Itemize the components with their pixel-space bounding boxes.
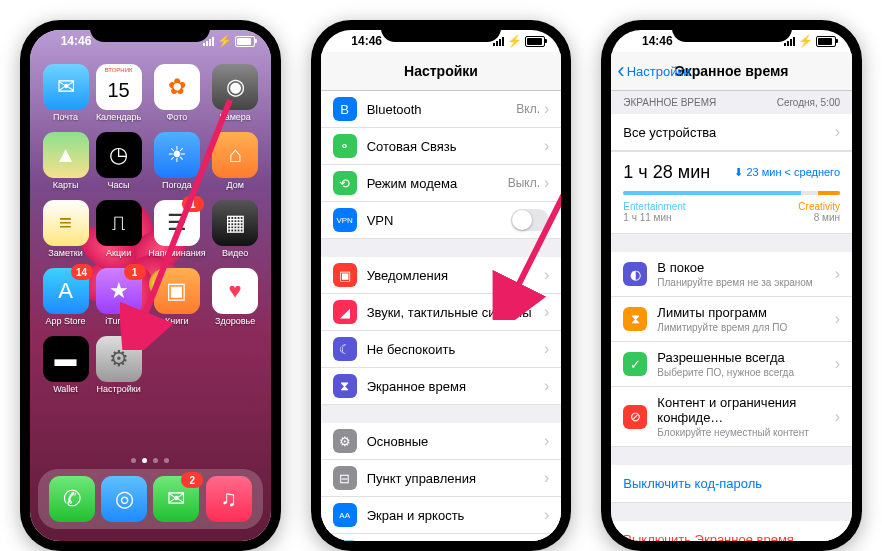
app-App Store[interactable]: A14App Store (42, 268, 89, 326)
row-subtitle: Лимитируйте время для ПО (657, 322, 834, 333)
settings-row-Звуки, тактильные сигналы[interactable]: ◢Звуки, тактильные сигналы› (321, 294, 562, 331)
dock-app[interactable]: ◎ (101, 476, 147, 522)
app-label: Карты (53, 180, 79, 190)
badge: 2 (181, 472, 203, 488)
settings-row-Сотовая Связь[interactable]: ⚬Сотовая Связь› (321, 128, 562, 165)
app-Книги[interactable]: ▣Книги (148, 268, 205, 326)
app-Напоминания[interactable]: ☰1Напоминания (148, 200, 205, 258)
app-icon: ⌂ (212, 132, 258, 178)
app-icon: ▣ (154, 268, 200, 314)
row-icon: ☾ (333, 337, 357, 361)
app-Здоровье[interactable]: ♥Здоровье (212, 268, 259, 326)
screentime-row-В покое[interactable]: ◐В покоеПланируйте время не за экраном› (611, 252, 852, 297)
row-subtitle: Блокируйте неуместный контент (657, 427, 834, 438)
row-label: Пункт управления (367, 471, 544, 486)
app-label: Видео (222, 248, 248, 258)
row-icon: ⟲ (333, 171, 357, 195)
disable-screentime-link[interactable]: Выключить Экранное время (611, 521, 852, 541)
app-label: Настройки (97, 384, 141, 394)
screentime-row-Контент и ограничения конфиде…[interactable]: ⊘Контент и ограничения конфиде…Блокируйт… (611, 387, 852, 447)
battery-icon (235, 36, 255, 47)
nav-title: Настройки (404, 63, 478, 79)
app-Календарь[interactable]: ВТОРНИК15Календарь (95, 64, 142, 122)
row-icon: ⚙ (333, 429, 357, 453)
row-icon: ⧗ (623, 307, 647, 331)
app-label: Wallet (53, 384, 78, 394)
settings-row-Экран и яркость[interactable]: AAЭкран и яркость› (321, 497, 562, 534)
app-Акции[interactable]: ⎍Акции (95, 200, 142, 258)
chevron-icon: › (544, 506, 549, 524)
app-Камера[interactable]: ◉Камера (212, 64, 259, 122)
chevron-icon: › (835, 265, 840, 283)
chevron-icon: › (544, 377, 549, 395)
row-label: Сотовая Связь (367, 139, 544, 154)
nav-bar: Настройки (321, 52, 562, 91)
settings-row-Уведомления[interactable]: ▣Уведомления› (321, 257, 562, 294)
settings-row-Экранное время[interactable]: ⧗Экранное время› (321, 368, 562, 405)
app-Настройки[interactable]: ⚙1Настройки (95, 336, 142, 394)
row-icon: ▣ (333, 263, 357, 287)
disable-passcode-link[interactable]: Выключить код-пароль (611, 465, 852, 503)
screentime-row-Разрешенные всегда[interactable]: ✓Разрешенные всегдаВыберите ПО, нужное в… (611, 342, 852, 387)
app-Видео[interactable]: ▦Видео (212, 200, 259, 258)
app-Wallet[interactable]: ▬Wallet (42, 336, 89, 394)
chevron-icon: › (544, 432, 549, 450)
settings-row-Не беспокоить[interactable]: ☾Не беспокоить› (321, 331, 562, 368)
app-Карты[interactable]: ▲Карты (42, 132, 89, 190)
row-title: Контент и ограничения конфиде… (657, 395, 834, 425)
dock-app[interactable]: ♫ (206, 476, 252, 522)
chevron-icon: › (544, 340, 549, 358)
dock-app[interactable]: ✆ (49, 476, 95, 522)
all-devices-row[interactable]: Все устройства › (611, 114, 852, 151)
app-label: Заметки (48, 248, 82, 258)
app-label: Календарь (96, 112, 141, 122)
app-icon: ☰1 (154, 200, 200, 246)
settings-row-VPN[interactable]: VPNVPN (321, 202, 562, 239)
app-icon: A14 (43, 268, 89, 314)
battery-icon (525, 36, 545, 47)
settings-row-Пункт управления[interactable]: ⊟Пункт управления› (321, 460, 562, 497)
back-button[interactable]: Настройки (617, 60, 690, 82)
row-icon: ❀ (333, 540, 357, 541)
app-label: Фото (167, 112, 188, 122)
app-Заметки[interactable]: ≡Заметки (42, 200, 89, 258)
row-icon: ⊘ (623, 405, 647, 429)
chevron-icon: › (835, 408, 840, 426)
row-title: Лимиты программ (657, 305, 834, 320)
phone-settings: 14:46 ⚡ Настройки BBluetoothВкл.›⚬Сотова… (311, 20, 572, 551)
row-icon: VPN (333, 208, 357, 232)
app-icon: ♥ (212, 268, 258, 314)
section-date: Сегодня, 5:00 (777, 97, 840, 108)
screentime-row-Лимиты программ[interactable]: ⧗Лимиты программЛимитируйте время для ПО… (611, 297, 852, 342)
app-Почта[interactable]: ✉︎Почта (42, 64, 89, 122)
settings-row-Основные[interactable]: ⚙Основные› (321, 423, 562, 460)
row-label: Экран и яркость (367, 508, 544, 523)
settings-row-Режим модема[interactable]: ⟲Режим модемаВыкл.› (321, 165, 562, 202)
app-icon: ▦ (212, 200, 258, 246)
avg-delta: ⬇ 23 мин < среднего (734, 166, 840, 179)
settings-row-Bluetooth[interactable]: BBluetoothВкл.› (321, 91, 562, 128)
dock-app[interactable]: ✉2 (153, 476, 199, 522)
app-icon: ⚙1 (96, 336, 142, 382)
app-Дом[interactable]: ⌂Дом (212, 132, 259, 190)
app-icon: ≡ (43, 200, 89, 246)
phone-screentime: 14:46 ⚡ Настройки Экранное время ЭКРАННО… (601, 20, 862, 551)
row-icon: ◢ (333, 300, 357, 324)
app-iTunes[interactable]: ★1iTunes (95, 268, 142, 326)
app-Часы[interactable]: ◷Часы (95, 132, 142, 190)
toggle[interactable] (511, 209, 549, 231)
settings-row-Обои[interactable]: ❀Обои› (321, 534, 562, 541)
app-icon: ВТОРНИК15 (96, 64, 142, 110)
app-label: Погода (162, 180, 192, 190)
row-label: Bluetooth (367, 102, 517, 117)
app-Погода[interactable]: ☀Погода (148, 132, 205, 190)
row-detail: Выкл. (508, 176, 540, 190)
app-Фото[interactable]: ✿Фото (148, 64, 205, 122)
app-icon: ▬ (43, 336, 89, 382)
wifi-icon: ⚡ (798, 34, 813, 48)
nav-bar: Настройки Экранное время (611, 52, 852, 91)
usage-summary[interactable]: 1 ч 28 мин ⬇ 23 мин < среднего Entertain… (611, 151, 852, 234)
row-label: Уведомления (367, 268, 544, 283)
battery-icon (816, 36, 836, 47)
chevron-icon: › (544, 100, 549, 118)
